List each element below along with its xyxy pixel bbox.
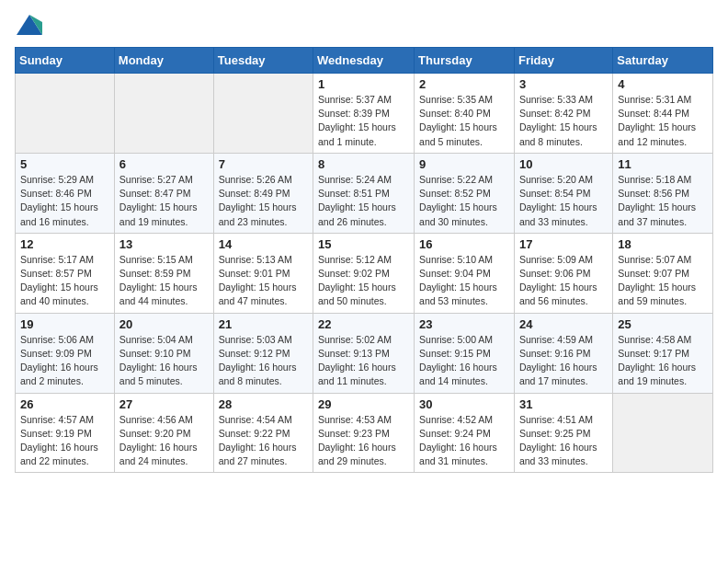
week-row-1: 5Sunrise: 5:29 AM Sunset: 8:46 PM Daylig… (16, 153, 713, 233)
day-cell: 29Sunrise: 4:53 AM Sunset: 9:23 PM Dayli… (313, 393, 415, 473)
header-cell-saturday: Saturday (613, 48, 713, 74)
day-cell: 6Sunrise: 5:27 AM Sunset: 8:47 PM Daylig… (114, 153, 213, 233)
day-number: 15 (318, 237, 409, 251)
day-info: Sunrise: 5:09 AM Sunset: 9:06 PM Dayligh… (519, 253, 608, 309)
day-info: Sunrise: 5:31 AM Sunset: 8:44 PM Dayligh… (618, 93, 708, 149)
week-row-0: 1Sunrise: 5:37 AM Sunset: 8:39 PM Daylig… (16, 74, 713, 154)
day-number: 25 (618, 317, 708, 331)
day-cell: 5Sunrise: 5:29 AM Sunset: 8:46 PM Daylig… (16, 153, 115, 233)
day-cell: 25Sunrise: 4:58 AM Sunset: 9:17 PM Dayli… (613, 313, 713, 393)
day-cell: 30Sunrise: 4:52 AM Sunset: 9:24 PM Dayli… (415, 393, 515, 473)
logo-icon (17, 15, 42, 35)
day-info: Sunrise: 4:57 AM Sunset: 9:19 PM Dayligh… (20, 413, 109, 469)
day-number: 22 (318, 317, 409, 331)
calendar-header: SundayMondayTuesdayWednesdayThursdayFrid… (16, 48, 713, 74)
day-info: Sunrise: 4:51 AM Sunset: 9:25 PM Dayligh… (519, 413, 608, 469)
week-row-4: 26Sunrise: 4:57 AM Sunset: 9:19 PM Dayli… (16, 393, 713, 473)
day-info: Sunrise: 4:58 AM Sunset: 9:17 PM Dayligh… (618, 333, 708, 389)
day-number: 11 (618, 157, 708, 171)
day-cell: 18Sunrise: 5:07 AM Sunset: 9:07 PM Dayli… (613, 233, 713, 313)
day-number: 13 (119, 237, 209, 251)
day-info: Sunrise: 5:02 AM Sunset: 9:13 PM Dayligh… (318, 333, 409, 389)
day-number: 26 (20, 397, 109, 411)
day-cell (613, 393, 713, 473)
day-info: Sunrise: 5:27 AM Sunset: 8:47 PM Dayligh… (119, 173, 209, 229)
day-number: 9 (419, 157, 509, 171)
day-info: Sunrise: 5:00 AM Sunset: 9:15 PM Dayligh… (419, 333, 509, 389)
day-cell: 28Sunrise: 4:54 AM Sunset: 9:22 PM Dayli… (213, 393, 313, 473)
day-number: 19 (20, 317, 109, 331)
day-info: Sunrise: 5:04 AM Sunset: 9:10 PM Dayligh… (119, 333, 209, 389)
day-info: Sunrise: 5:26 AM Sunset: 8:49 PM Dayligh… (219, 173, 308, 229)
day-info: Sunrise: 5:17 AM Sunset: 8:57 PM Dayligh… (20, 253, 109, 309)
day-number: 6 (119, 157, 209, 171)
day-info: Sunrise: 4:54 AM Sunset: 9:22 PM Dayligh… (219, 413, 308, 469)
day-info: Sunrise: 4:52 AM Sunset: 9:24 PM Dayligh… (419, 413, 509, 469)
day-info: Sunrise: 5:24 AM Sunset: 8:51 PM Dayligh… (318, 173, 409, 229)
day-cell: 13Sunrise: 5:15 AM Sunset: 8:59 PM Dayli… (114, 233, 213, 313)
header-cell-wednesday: Wednesday (313, 48, 415, 74)
day-cell: 24Sunrise: 4:59 AM Sunset: 9:16 PM Dayli… (514, 313, 612, 393)
day-number: 10 (519, 157, 608, 171)
day-cell: 26Sunrise: 4:57 AM Sunset: 9:19 PM Dayli… (16, 393, 115, 473)
day-cell: 15Sunrise: 5:12 AM Sunset: 9:02 PM Dayli… (313, 233, 415, 313)
header-cell-thursday: Thursday (415, 48, 515, 74)
page-header (15, 15, 713, 40)
day-number: 7 (219, 157, 308, 171)
day-number: 30 (419, 397, 509, 411)
day-info: Sunrise: 5:07 AM Sunset: 9:07 PM Dayligh… (618, 253, 708, 309)
header-row: SundayMondayTuesdayWednesdayThursdayFrid… (16, 48, 713, 74)
day-number: 16 (419, 237, 509, 251)
day-number: 28 (219, 397, 308, 411)
day-cell: 2Sunrise: 5:35 AM Sunset: 8:40 PM Daylig… (415, 74, 515, 154)
day-cell (213, 74, 313, 154)
day-info: Sunrise: 5:03 AM Sunset: 9:12 PM Dayligh… (219, 333, 308, 389)
day-cell: 12Sunrise: 5:17 AM Sunset: 8:57 PM Dayli… (16, 233, 115, 313)
day-info: Sunrise: 5:22 AM Sunset: 8:52 PM Dayligh… (419, 173, 509, 229)
day-info: Sunrise: 5:33 AM Sunset: 8:42 PM Dayligh… (519, 93, 608, 149)
day-cell: 8Sunrise: 5:24 AM Sunset: 8:51 PM Daylig… (313, 153, 415, 233)
day-cell: 7Sunrise: 5:26 AM Sunset: 8:49 PM Daylig… (213, 153, 313, 233)
day-info: Sunrise: 5:35 AM Sunset: 8:40 PM Dayligh… (419, 93, 509, 149)
day-number: 23 (419, 317, 509, 331)
day-cell: 4Sunrise: 5:31 AM Sunset: 8:44 PM Daylig… (613, 74, 713, 154)
day-number: 18 (618, 237, 708, 251)
day-cell: 23Sunrise: 5:00 AM Sunset: 9:15 PM Dayli… (415, 313, 515, 393)
day-cell: 19Sunrise: 5:06 AM Sunset: 9:09 PM Dayli… (16, 313, 115, 393)
day-info: Sunrise: 5:06 AM Sunset: 9:09 PM Dayligh… (20, 333, 109, 389)
day-cell: 17Sunrise: 5:09 AM Sunset: 9:06 PM Dayli… (514, 233, 612, 313)
day-info: Sunrise: 5:29 AM Sunset: 8:46 PM Dayligh… (20, 173, 109, 229)
day-number: 14 (219, 237, 308, 251)
header-cell-friday: Friday (514, 48, 612, 74)
week-row-3: 19Sunrise: 5:06 AM Sunset: 9:09 PM Dayli… (16, 313, 713, 393)
header-cell-tuesday: Tuesday (213, 48, 313, 74)
day-number: 20 (119, 317, 209, 331)
day-cell: 3Sunrise: 5:33 AM Sunset: 8:42 PM Daylig… (514, 74, 612, 154)
day-cell: 10Sunrise: 5:20 AM Sunset: 8:54 PM Dayli… (514, 153, 612, 233)
header-cell-sunday: Sunday (16, 48, 115, 74)
day-info: Sunrise: 5:20 AM Sunset: 8:54 PM Dayligh… (519, 173, 608, 229)
day-number: 2 (419, 77, 509, 91)
day-info: Sunrise: 5:10 AM Sunset: 9:04 PM Dayligh… (419, 253, 509, 309)
day-cell: 1Sunrise: 5:37 AM Sunset: 8:39 PM Daylig… (313, 74, 415, 154)
day-number: 3 (519, 77, 608, 91)
calendar-table: SundayMondayTuesdayWednesdayThursdayFrid… (15, 47, 713, 473)
day-cell (114, 74, 213, 154)
day-number: 17 (519, 237, 608, 251)
day-info: Sunrise: 5:12 AM Sunset: 9:02 PM Dayligh… (318, 253, 409, 309)
calendar-body: 1Sunrise: 5:37 AM Sunset: 8:39 PM Daylig… (16, 74, 713, 473)
day-info: Sunrise: 5:18 AM Sunset: 8:56 PM Dayligh… (618, 173, 708, 229)
day-cell: 31Sunrise: 4:51 AM Sunset: 9:25 PM Dayli… (514, 393, 612, 473)
day-number: 12 (20, 237, 109, 251)
day-number: 1 (318, 77, 409, 91)
day-info: Sunrise: 5:13 AM Sunset: 9:01 PM Dayligh… (219, 253, 308, 309)
day-cell: 22Sunrise: 5:02 AM Sunset: 9:13 PM Dayli… (313, 313, 415, 393)
day-info: Sunrise: 4:59 AM Sunset: 9:16 PM Dayligh… (519, 333, 608, 389)
day-number: 4 (618, 77, 708, 91)
day-number: 21 (219, 317, 308, 331)
day-info: Sunrise: 4:53 AM Sunset: 9:23 PM Dayligh… (318, 413, 409, 469)
day-number: 5 (20, 157, 109, 171)
logo (15, 15, 42, 40)
day-info: Sunrise: 5:37 AM Sunset: 8:39 PM Dayligh… (318, 93, 409, 149)
week-row-2: 12Sunrise: 5:17 AM Sunset: 8:57 PM Dayli… (16, 233, 713, 313)
